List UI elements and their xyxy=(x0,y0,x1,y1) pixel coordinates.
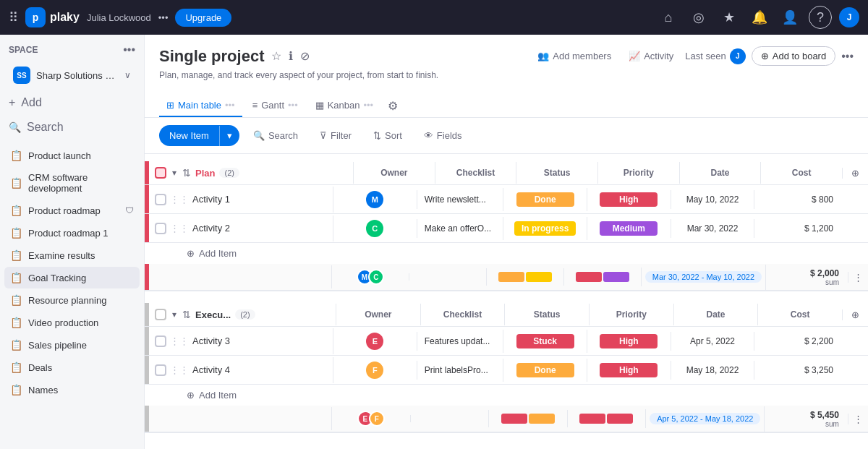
sort-icon: ⇅ xyxy=(373,130,381,141)
sidebar-item-goal-tracking[interactable]: 📋 Goal Tracking xyxy=(4,267,140,288)
activity-button[interactable]: 📈 Activity xyxy=(623,47,679,65)
row-priority-cell[interactable]: High xyxy=(587,188,671,211)
row-cost-cell: $ 3,250 xyxy=(754,361,842,380)
search-button[interactable]: 🔍 Search xyxy=(245,125,306,146)
tab-kanban[interactable]: ▦ Kanban ••• xyxy=(308,95,380,117)
summary-checklist-cell xyxy=(410,415,489,422)
row-priority-cell[interactable]: High xyxy=(587,330,671,353)
col-header-priority: Priority xyxy=(597,162,679,184)
activity-icon: 📈 xyxy=(629,51,640,61)
col-header-cost: Cost xyxy=(760,162,842,184)
row-checkbox[interactable] xyxy=(149,335,172,347)
sidebar-item-names[interactable]: 📋 Names xyxy=(4,379,140,401)
row-owner-cell: E xyxy=(333,328,417,354)
tab-main-table[interactable]: ⊞ Main table ••• xyxy=(159,95,242,117)
bell-icon[interactable]: 🔔 xyxy=(748,6,771,29)
col-header-checklist: Checklist xyxy=(420,304,505,325)
row-checkbox[interactable] xyxy=(149,223,172,234)
row-cost-cell: $ 2,200 xyxy=(754,332,842,351)
group-sort-icon: ⇅ xyxy=(182,167,191,179)
sidebar-item-product-roadmap-1[interactable]: 📋 Product roadmap 1 xyxy=(4,222,140,244)
fields-button[interactable]: 👁 Fields xyxy=(416,125,470,146)
group-checkbox[interactable] xyxy=(149,167,172,179)
help-icon[interactable]: ? xyxy=(809,6,832,29)
col-header-name xyxy=(336,167,353,179)
user-avatar[interactable]: J xyxy=(839,7,859,27)
new-item-dropdown-icon[interactable]: ▾ xyxy=(220,125,239,146)
nav-username: Julia Lockwood xyxy=(87,12,151,23)
summary-more-button[interactable]: ⋮ xyxy=(848,272,868,283)
info-icon[interactable]: ℹ xyxy=(289,49,293,63)
filter-button[interactable]: ⊽ Filter xyxy=(312,125,359,146)
group-title: Plan xyxy=(195,168,215,179)
sidebar-item-crm[interactable]: 📋 CRM software development xyxy=(4,167,140,199)
row-priority-cell[interactable]: High xyxy=(587,359,671,382)
tab-more-icon[interactable]: ••• xyxy=(288,100,298,111)
add-item-button[interactable]: ⊕ Add Item xyxy=(145,385,868,406)
header-more-icon[interactable]: ••• xyxy=(841,50,854,63)
add-item-button[interactable]: ⊕ Add Item xyxy=(145,243,868,264)
sidebar-item-video-production[interactable]: 📋 Video production xyxy=(4,312,140,333)
upgrade-button[interactable]: Upgrade xyxy=(175,9,231,27)
col-header-owner: Owner xyxy=(336,304,420,325)
row-status-cell[interactable]: Done xyxy=(503,188,587,211)
drag-handle-icon[interactable]: ⋮⋮ xyxy=(172,223,187,234)
row-name-cell: Activity 1 xyxy=(187,188,333,210)
sidebar: Space ••• SS Sharp Solutions Co. ∨ + Add… xyxy=(0,35,145,449)
summary-more-button[interactable]: ⋮ xyxy=(848,414,868,424)
tab-gantt[interactable]: ≡ Gantt ••• xyxy=(245,95,305,117)
settings-icon[interactable]: ⚙ xyxy=(388,99,398,113)
group-checkbox[interactable] xyxy=(149,309,172,320)
add-column-button[interactable]: ⊕ xyxy=(842,309,868,320)
drag-handle-icon[interactable]: ⋮⋮ xyxy=(172,364,187,375)
sort-button[interactable]: ⇅ Sort xyxy=(365,125,410,146)
sidebar-item-product-launch[interactable]: 📋 Product launch xyxy=(4,145,140,166)
add-item-label: Add Item xyxy=(199,248,237,259)
row-priority-cell[interactable]: Medium xyxy=(587,217,671,240)
home-icon[interactable]: ⌂ xyxy=(657,6,680,29)
target-icon[interactable]: ◎ xyxy=(687,6,710,29)
nav-more-button[interactable]: ••• xyxy=(158,12,169,23)
new-item-button[interactable]: New Item ▾ xyxy=(159,125,239,146)
add-column-button[interactable]: ⊕ xyxy=(842,168,868,179)
add-to-board-button[interactable]: ⊕ Add to board xyxy=(752,46,835,66)
sidebar-item-resource-planning[interactable]: 📋 Resource planning xyxy=(4,289,140,311)
sidebar-item-icon: 📋 xyxy=(10,150,22,161)
tab-more-icon[interactable]: ••• xyxy=(364,100,374,111)
group-count: (2) xyxy=(235,309,255,320)
table-icon: ⊞ xyxy=(166,100,174,111)
row-date-cell: Apr 5, 2022 xyxy=(671,332,754,351)
sidebar-more-button[interactable]: ••• xyxy=(123,43,135,56)
sidebar-add-button[interactable]: + Add xyxy=(4,91,140,114)
row-checkbox[interactable] xyxy=(149,364,172,376)
add-members-button[interactable]: 👥 Add members xyxy=(532,47,617,65)
sidebar-item-examine-results[interactable]: 📋 Examine results xyxy=(4,244,140,266)
group-name-cell: ⇅ Execu... (2) xyxy=(176,303,336,326)
grid-icon[interactable]: ⠿ xyxy=(9,9,18,25)
drag-handle-icon[interactable]: ⋮⋮ xyxy=(172,194,187,205)
owner-avatar-stack: E F xyxy=(357,411,385,427)
plus-icon: + xyxy=(9,96,15,109)
summary-owner-cell: E F xyxy=(331,407,410,430)
toolbar: New Item ▾ 🔍 Search ⊽ Filter ⇅ Sort xyxy=(145,118,868,154)
sidebar-item-deals[interactable]: 📋 Deals xyxy=(4,356,140,378)
row-status-cell[interactable]: Done xyxy=(503,359,587,382)
row-checkbox[interactable] xyxy=(149,194,172,205)
sidebar-search-button[interactable]: 🔍 Search xyxy=(4,116,140,139)
link-icon[interactable]: ⊘ xyxy=(300,49,310,63)
sidebar-item-sales-pipeline[interactable]: 📋 Sales pipeline xyxy=(4,334,140,356)
star-icon[interactable]: ★ xyxy=(718,6,741,29)
group-name-cell: ⇅ Plan (2) xyxy=(176,161,336,184)
tab-more-icon[interactable]: ••• xyxy=(225,100,235,111)
row-status-cell[interactable]: In progress xyxy=(503,217,587,240)
star-favorite-icon[interactable]: ☆ xyxy=(271,49,281,63)
row-status-cell[interactable]: Stuck xyxy=(503,330,587,353)
owner-avatar: C xyxy=(366,220,383,237)
group-summary-row: M C xyxy=(145,264,868,291)
person-icon[interactable]: 👤 xyxy=(778,6,801,29)
workspace-selector[interactable]: SS Sharp Solutions Co. ∨ xyxy=(4,62,140,88)
row-date-cell: May 10, 2022 xyxy=(671,190,754,209)
row-owner-cell: C xyxy=(333,215,417,241)
sidebar-item-product-roadmap[interactable]: 📋 Product roadmap 🛡 xyxy=(4,200,140,221)
drag-handle-icon[interactable]: ⋮⋮ xyxy=(172,335,187,346)
